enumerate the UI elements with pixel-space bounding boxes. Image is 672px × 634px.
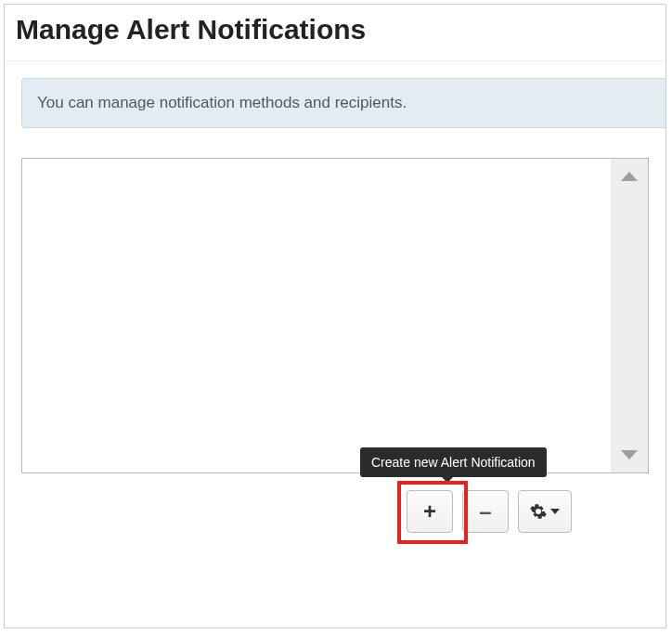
panel-header: Manage Alert Notifications: [5, 5, 666, 61]
list-viewport[interactable]: [22, 159, 611, 472]
plus-icon: +: [423, 500, 436, 523]
tooltip-text: Create new Alert Notification: [371, 455, 536, 470]
info-banner: You can manage notification methods and …: [21, 78, 666, 128]
scroll-up-icon[interactable]: [621, 172, 638, 181]
notifications-list: [21, 158, 649, 473]
scroll-down-icon[interactable]: [621, 450, 638, 459]
chevron-down-icon: [550, 509, 560, 514]
remove-button[interactable]: –: [462, 490, 509, 533]
add-button-tooltip: Create new Alert Notification: [360, 447, 547, 477]
info-banner-text: You can manage notification methods and …: [37, 94, 407, 111]
list-toolbar: + –: [407, 490, 572, 533]
minus-icon: –: [479, 500, 491, 523]
settings-button[interactable]: [518, 490, 572, 533]
page-title: Manage Alert Notifications: [16, 14, 654, 45]
add-button[interactable]: +: [407, 490, 453, 533]
panel-body: You can manage notification methods and …: [5, 61, 666, 473]
scrollbar[interactable]: [611, 159, 648, 472]
manage-alerts-panel: Manage Alert Notifications You can manag…: [4, 4, 666, 628]
gear-caret-group: [530, 503, 560, 520]
gear-icon: [530, 503, 547, 520]
